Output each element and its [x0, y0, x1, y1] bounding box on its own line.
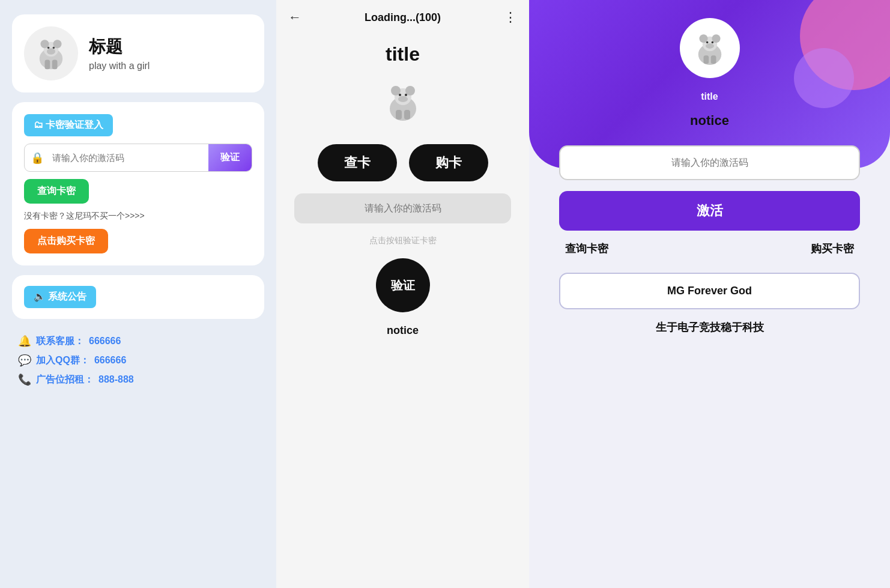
right-activation-input[interactable]: [559, 145, 860, 180]
bell-icon: 🔔: [18, 335, 31, 348]
right-query-link[interactable]: 查询卡密: [565, 241, 608, 256]
no-card-text: 没有卡密？这尼玛不买一个>>>>: [24, 211, 252, 222]
mid-panel: ← Loading...(100) ⋮ title 查卡 购卡 点击按钮验证卡密: [276, 0, 529, 588]
loading-text: Loading...(100): [365, 11, 441, 24]
left-panel: 标题 play with a girl 🗂 卡密验证登入 🔒 验证 查询卡密 没…: [0, 0, 276, 588]
lock-icon: 🔒: [25, 151, 50, 165]
right-title-text: title: [701, 91, 718, 102]
card-login-header-btn[interactable]: 🗂 卡密验证登入: [24, 114, 113, 136]
notice-header-btn[interactable]: 🔈 系统公告: [24, 286, 96, 308]
app-icon-left: [24, 26, 78, 80]
mid-notice: notice: [387, 324, 419, 337]
query-card-btn[interactable]: 查询卡密: [24, 179, 89, 204]
app-header-card: 标题 play with a girl: [12, 14, 264, 92]
more-icon[interactable]: ⋮: [504, 10, 517, 25]
right-app-icon-wrap: [680, 18, 740, 78]
app-title-block: 标题 play with a girl: [89, 35, 150, 71]
qq-icon: 💬: [18, 354, 31, 367]
svg-point-5: [47, 47, 50, 49]
contact2-label: 加入QQ群：: [36, 354, 89, 367]
right-activate-btn[interactable]: 激活: [559, 191, 860, 231]
svg-rect-8: [52, 60, 58, 70]
login-card-section: 🗂 卡密验证登入 🔒 验证 查询卡密 没有卡密？这尼玛不买一个>>>> 点击购买…: [12, 102, 264, 265]
svg-rect-7: [45, 60, 50, 70]
app-title-zh: 标题: [89, 35, 150, 58]
contact-item-2: 💬 加入QQ群： 666666: [18, 354, 258, 367]
contact3-value: 888-888: [98, 374, 134, 385]
mid-title: title: [386, 43, 420, 65]
mid-query-btn[interactable]: 查卡: [318, 144, 397, 181]
svg-rect-26: [710, 55, 716, 64]
activation-input-left[interactable]: [50, 145, 208, 170]
notice-card-left: 🔈 系统公告: [12, 275, 264, 319]
svg-rect-16: [396, 110, 402, 120]
mid-btn-row: 查卡 购卡: [318, 144, 488, 181]
right-content: title notice 激活 查询卡密 购买卡密 MG Forever God…: [529, 0, 890, 353]
mid-verify-circle-btn[interactable]: 验证: [376, 258, 430, 312]
right-footer-text: 生于电子竞技稳于科技: [656, 320, 764, 335]
back-icon[interactable]: ←: [288, 10, 301, 25]
phone-icon: 📞: [18, 373, 31, 386]
mid-hint-text: 点击按钮验证卡密: [369, 235, 437, 246]
contact-item-3: 📞 广告位招租： 888-888: [18, 373, 258, 386]
right-buy-link[interactable]: 购买卡密: [811, 241, 854, 256]
svg-point-4: [47, 48, 55, 55]
right-notice-text: notice: [690, 113, 729, 129]
svg-point-14: [399, 94, 401, 96]
buy-card-btn[interactable]: 点击购买卡密: [24, 229, 108, 253]
mid-verify-text: 验证: [391, 277, 415, 294]
mid-bear-icon: [379, 77, 427, 132]
contact-section: 🔔 联系客服： 666666 💬 加入QQ群： 666666 📞 广告位招租： …: [12, 329, 264, 392]
activation-input-row: 🔒 验证: [24, 144, 252, 172]
right-mg-btn[interactable]: MG Forever God: [559, 273, 860, 309]
svg-rect-17: [404, 110, 410, 120]
svg-point-15: [405, 94, 407, 96]
svg-rect-25: [703, 55, 709, 64]
right-panel: title notice 激活 查询卡密 购买卡密 MG Forever God…: [529, 0, 890, 588]
mid-activation-input[interactable]: [294, 193, 511, 223]
contact2-value: 666666: [94, 355, 126, 366]
svg-point-24: [711, 41, 713, 44]
app-title-en: play with a girl: [89, 61, 150, 71]
contact3-label: 广告位招租：: [36, 374, 94, 386]
mid-content: title 查卡 购卡 点击按钮验证卡密 验证 notice: [276, 31, 529, 588]
svg-point-6: [53, 47, 55, 49]
contact1-value: 666666: [89, 336, 121, 347]
contact-item-1: 🔔 联系客服： 666666: [18, 335, 258, 348]
svg-point-23: [706, 41, 708, 44]
mid-buy-btn[interactable]: 购卡: [409, 144, 488, 181]
right-link-row: 查询卡密 购买卡密: [559, 241, 860, 256]
svg-point-13: [398, 96, 408, 102]
contact1-label: 联系客服：: [36, 335, 84, 348]
svg-point-22: [706, 43, 714, 49]
mid-topbar: ← Loading...(100) ⋮: [276, 0, 529, 31]
verify-btn-left[interactable]: 验证: [208, 144, 252, 171]
